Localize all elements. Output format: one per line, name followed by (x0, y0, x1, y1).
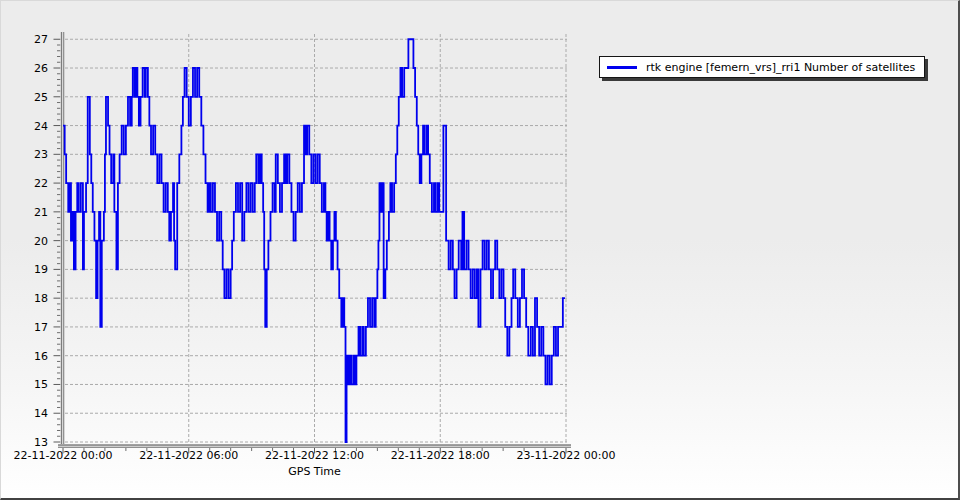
x-axis-line (58, 444, 571, 448)
plot-area[interactable] (63, 34, 566, 442)
y-tick-label: 23 (34, 148, 48, 161)
y-tick-label: 18 (34, 292, 48, 305)
y-tick-label: 14 (34, 407, 48, 420)
legend-line-swatch (607, 66, 637, 69)
y-tick-label: 16 (34, 350, 48, 363)
y-tick-label: 27 (34, 33, 48, 46)
y-tick-label: 17 (34, 321, 48, 334)
chart-panel: 13141516171819202122232425262722-11-2022… (0, 0, 960, 500)
x-axis-title: GPS Time (288, 465, 341, 478)
y-tick-label: 25 (34, 91, 48, 104)
y-tick-label: 24 (34, 120, 48, 133)
y-tick-label: 26 (34, 62, 48, 75)
y-tick-label: 15 (34, 378, 48, 391)
x-tick-label: 22-11-2022 06:00 (139, 449, 238, 462)
x-tick-label: 22-11-2022 00:00 (13, 449, 112, 462)
y-tick-label: 22 (34, 177, 48, 190)
legend[interactable]: rtk engine [femern_vrs]_rri1 Number of s… (599, 56, 925, 78)
legend-label: rtk engine [femern_vrs]_rri1 Number of s… (646, 61, 915, 74)
x-tick-label: 22-11-2022 18:00 (391, 449, 490, 462)
y-tick-label: 20 (34, 235, 48, 248)
x-tick-label: 23-11-2022 00:00 (516, 449, 615, 462)
y-tick-label: 19 (34, 263, 48, 276)
y-tick-label: 13 (34, 436, 48, 449)
y-tick-label: 21 (34, 206, 48, 219)
x-tick-label: 22-11-2022 12:00 (265, 449, 364, 462)
